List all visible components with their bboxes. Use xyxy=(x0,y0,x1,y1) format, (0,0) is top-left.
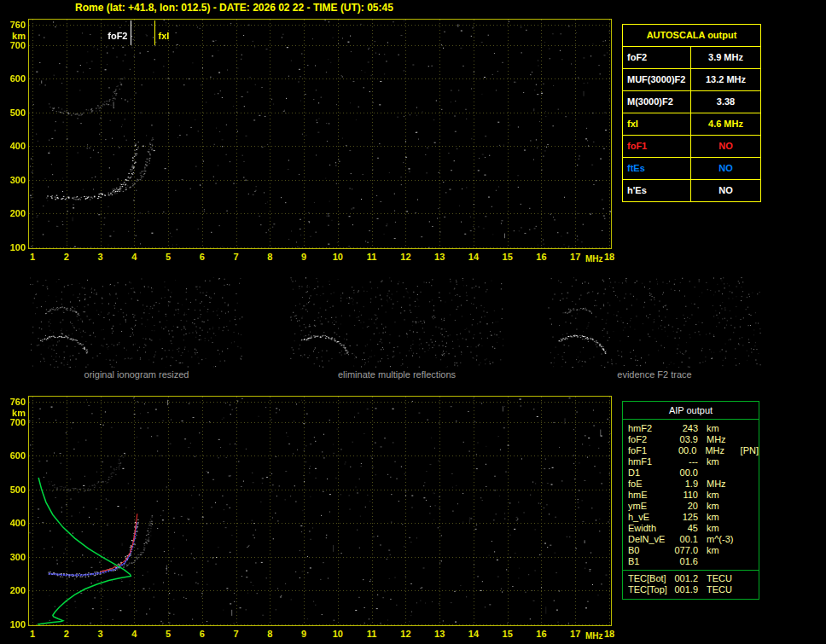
x-axis-tick: 1 xyxy=(23,629,42,639)
x-axis-tick: 18 xyxy=(600,252,619,262)
aip-parameter-label: Ewidth xyxy=(628,523,671,534)
autoscala-row-value: 13.2 MHz xyxy=(691,69,760,90)
autoscala-row: MUF(3000)F213.2 MHz xyxy=(623,69,760,91)
y-axis-tick: 600 xyxy=(4,73,26,84)
aip-row: h_vE125km xyxy=(623,512,759,523)
aip-parameter-unit: MHz xyxy=(707,479,741,490)
aip-parameter-unit: MHz xyxy=(707,434,741,445)
autoscala-row-label: M(3000)F2 xyxy=(623,91,691,113)
x-axis-tick: 14 xyxy=(464,252,483,262)
y-axis-tick: 200 xyxy=(4,585,26,595)
autoscala-row-label: fxI xyxy=(623,113,691,135)
aip-parameter-label: hmE xyxy=(628,490,671,501)
aip-parameter-value: 00.0 xyxy=(670,445,696,456)
autoscala-row-label: MUF(3000)F2 xyxy=(623,69,691,90)
aip-row: TEC[Bot]001.2TECU xyxy=(623,573,759,584)
autoscala-row: fxI4.6 MHz xyxy=(623,113,760,136)
x-axis-tick: 17 xyxy=(566,252,585,262)
aip-parameter-label: B0 xyxy=(628,545,671,556)
aip-parameter-value: 00.1 xyxy=(671,534,698,545)
autoscala-row-value: 4.6 MHz xyxy=(691,113,760,135)
aip-parameter-unit: km xyxy=(707,512,741,523)
aip-parameter-label: hmF2 xyxy=(628,423,671,434)
y-axis-tick: 100 xyxy=(4,619,26,629)
aip-parameter-label: DelN_vE xyxy=(628,534,671,545)
top-ionogram: km MHz foF2 fxI 123456789101112131415161… xyxy=(4,19,627,275)
aip-parameter-unit: km xyxy=(707,523,741,534)
bottom-ionogram-canvas xyxy=(29,397,611,625)
aip-row: TEC[Top]001.9TECU xyxy=(623,584,759,595)
aip-parameter-value: 03.9 xyxy=(671,434,698,445)
x-axis-tick: 5 xyxy=(159,629,177,639)
aip-parameter-unit: m^(-3) xyxy=(707,534,741,545)
aip-parameter-label: foE xyxy=(628,479,671,490)
aip-parameter-value: 001.2 xyxy=(671,573,698,584)
aip-parameter-value: 45 xyxy=(671,523,698,534)
x-axis-tick: 18 xyxy=(600,629,619,639)
aip-row: B101.6 xyxy=(623,556,759,567)
aip-parameter-value: 110 xyxy=(671,490,698,501)
aip-parameter-label: hmF1 xyxy=(628,456,671,467)
autoscala-row-label: foF1 xyxy=(623,136,691,157)
aip-parameter-value: 01.6 xyxy=(671,556,698,567)
autoscala-row-value: NO xyxy=(691,136,760,157)
bottom-ionogram: km MHz 123456789101112131415161718760700… xyxy=(4,396,627,644)
fxi-marker-label: fxI xyxy=(159,31,170,41)
app-title: Rome (lat: +41.8, lon: 012.5) - DATE: 20… xyxy=(75,2,393,14)
x-axis-tick: 10 xyxy=(329,629,347,639)
aip-parameter-unit: km xyxy=(707,423,741,434)
aip-parameter-label: foF2 xyxy=(628,434,671,445)
x-axis-tick: 9 xyxy=(294,252,313,262)
x-axis-tick: 13 xyxy=(430,252,449,262)
aip-parameter-value: 243 xyxy=(671,423,698,434)
aip-row: hmF2243km xyxy=(623,423,759,434)
y-axis-tick: 700 xyxy=(4,417,26,427)
thumbnail-f2-trace xyxy=(548,277,761,368)
aip-parameter-unit: km xyxy=(707,501,741,512)
aip-parameter-value: 001.9 xyxy=(671,584,698,595)
autoscala-row: h'EsNO xyxy=(623,180,760,201)
x-axis-tick: 2 xyxy=(57,629,76,639)
y-axis-tick: 760 xyxy=(4,397,26,407)
x-axis-tick: 8 xyxy=(260,629,279,639)
aip-parameter-unit: km xyxy=(707,490,741,501)
autoscala-row-label: foF2 xyxy=(623,47,691,68)
y-axis-tick: 300 xyxy=(4,175,26,185)
autoscala-row: M(3000)F23.38 xyxy=(623,91,760,113)
thumbnail-f2-trace-canvas xyxy=(548,277,761,368)
x-axis-tick: 1 xyxy=(23,252,42,262)
top-ionogram-canvas xyxy=(29,20,611,248)
autoscala-row-value: 3.38 xyxy=(691,91,760,113)
autoscala-screen: Rome (lat: +41.8, lon: 012.5) - DATE: 20… xyxy=(0,0,826,644)
aip-parameter-unit: km xyxy=(707,545,741,556)
aip-row: foE1.9MHz xyxy=(623,479,759,490)
aip-parameter-label: foF1 xyxy=(628,445,670,456)
x-axis-tick: 5 xyxy=(159,252,177,262)
x-axis-tick: 9 xyxy=(294,629,313,639)
x-axis-tick: 7 xyxy=(227,252,246,262)
autoscala-row: ftEsNO xyxy=(623,158,760,180)
aip-row: B0077.0km xyxy=(623,545,759,556)
aip-parameter-value: 077.0 xyxy=(671,545,698,556)
autoscala-row-value: NO xyxy=(691,180,760,201)
y-axis-tick: 500 xyxy=(4,484,26,495)
y-axis-tick: 700 xyxy=(4,40,26,50)
autoscala-rows: foF23.9 MHzMUF(3000)F213.2 MHzM(3000)F23… xyxy=(623,47,760,201)
x-axis-tick: 6 xyxy=(193,252,212,262)
y-axis-tick: 500 xyxy=(4,107,26,118)
autoscala-row: foF1NO xyxy=(623,136,760,158)
x-axis-tick: 11 xyxy=(363,252,381,262)
x-axis-tick: 15 xyxy=(498,252,517,262)
fof2-marker-label: foF2 xyxy=(96,31,128,41)
aip-row: foF203.9MHz xyxy=(623,434,759,445)
x-axis-tick: 8 xyxy=(260,252,279,262)
aip-parameter-label: TEC[Bot] xyxy=(628,573,671,584)
autoscala-title: AUTOSCALA output xyxy=(623,25,760,47)
y-axis-tick: 200 xyxy=(4,208,26,218)
aip-parameter-extra: [PN] xyxy=(741,445,759,456)
y-axis-tick: 600 xyxy=(4,450,26,461)
autoscala-row: foF23.9 MHz xyxy=(623,47,760,69)
autoscala-row-label: ftEs xyxy=(623,158,691,179)
aip-parameter-label: TEC[Top] xyxy=(628,584,671,595)
aip-parameter-label: B1 xyxy=(628,556,671,567)
